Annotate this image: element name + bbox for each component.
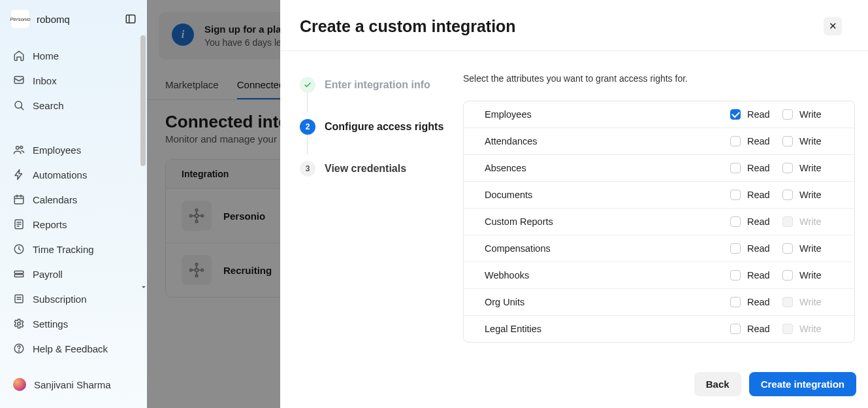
read-checkbox[interactable] bbox=[730, 109, 741, 120]
sidebar-item-label: Home bbox=[33, 50, 59, 61]
perm-write: Write bbox=[782, 297, 835, 307]
inbox-icon bbox=[13, 75, 25, 86]
step-label: Configure access rights bbox=[325, 121, 443, 133]
sidebar-item-calendars[interactable]: Calendars bbox=[5, 187, 142, 212]
perm-read-label: Read bbox=[747, 324, 770, 334]
rights-row-org-units: Org Units Read Write bbox=[464, 289, 854, 316]
step-badge bbox=[300, 77, 315, 93]
rights-row-documents: Documents Read Write bbox=[464, 182, 854, 209]
search-icon bbox=[13, 99, 25, 111]
svg-point-6 bbox=[20, 146, 23, 148]
read-checkbox[interactable] bbox=[730, 136, 741, 146]
perm-write-label: Write bbox=[799, 136, 822, 146]
create-integration-button[interactable]: Create integration bbox=[749, 372, 856, 396]
perm-read-label: Read bbox=[747, 243, 770, 254]
create-integration-panel: Create a custom integration ✕ Enter inte… bbox=[280, 0, 868, 408]
calendar-icon bbox=[13, 194, 25, 205]
step-enter-integration-info[interactable]: Enter integration info bbox=[300, 73, 463, 115]
sidebar-user[interactable]: Sanjivani Sharma bbox=[5, 371, 142, 398]
svg-point-23 bbox=[18, 350, 19, 351]
rights-row-compensations: Compensations Read Write bbox=[464, 235, 854, 262]
perm-read: Read bbox=[730, 216, 782, 227]
attribute-name: Custom Reports bbox=[485, 216, 730, 227]
perm-write-label: Write bbox=[799, 297, 822, 307]
read-checkbox[interactable] bbox=[730, 324, 741, 334]
perm-read: Read bbox=[730, 324, 782, 334]
rights-intro: Select the attributes you want to grant … bbox=[463, 73, 855, 84]
sidebar-item-label: Reports bbox=[33, 219, 67, 230]
sidebar-item-inbox[interactable]: Inbox bbox=[5, 68, 142, 93]
perm-write-label: Write bbox=[799, 216, 822, 227]
write-checkbox[interactable] bbox=[782, 136, 793, 146]
sidebar-item-subscription[interactable]: Subscription bbox=[5, 286, 142, 311]
sidebar-item-label: Help & Feedback bbox=[33, 343, 108, 354]
svg-rect-16 bbox=[14, 271, 24, 274]
write-checkbox[interactable] bbox=[782, 190, 793, 200]
perm-read: Read bbox=[730, 136, 782, 146]
read-checkbox[interactable] bbox=[730, 216, 741, 227]
reports-icon bbox=[13, 218, 25, 230]
step-label: Enter integration info bbox=[325, 79, 430, 91]
perm-read: Read bbox=[730, 243, 782, 254]
help-icon bbox=[13, 343, 25, 354]
brand[interactable]: Personio robomq bbox=[10, 9, 70, 29]
write-checkbox[interactable] bbox=[782, 163, 793, 173]
rights-row-absences: Absences Read Write bbox=[464, 155, 854, 182]
subscription-icon bbox=[13, 293, 25, 305]
sidebar-item-label: Settings bbox=[33, 318, 68, 330]
perm-write: Write bbox=[782, 243, 835, 254]
write-checkbox[interactable] bbox=[782, 243, 793, 254]
perm-write: Write bbox=[782, 270, 835, 280]
sidebar-item-settings[interactable]: Settings bbox=[5, 311, 142, 336]
rights-row-custom-reports: Custom Reports Read Write bbox=[464, 209, 854, 235]
attribute-name: Documents bbox=[485, 190, 730, 200]
step-label: View credentials bbox=[325, 163, 406, 175]
automations-icon bbox=[13, 169, 25, 180]
sidebar-item-reports[interactable]: Reports bbox=[5, 212, 142, 237]
rights-row-attendances: Attendances Read Write bbox=[464, 128, 854, 155]
perm-write: Write bbox=[782, 109, 835, 120]
attribute-name: Legal Entities bbox=[485, 324, 730, 334]
perm-write: Write bbox=[782, 136, 835, 146]
perm-read-label: Read bbox=[747, 136, 770, 146]
read-checkbox[interactable] bbox=[730, 163, 741, 173]
attribute-name: Org Units bbox=[485, 297, 730, 307]
attribute-name: Employees bbox=[485, 109, 730, 120]
write-checkbox[interactable] bbox=[782, 109, 793, 120]
sidebar-item-search[interactable]: Search bbox=[5, 93, 142, 118]
payroll-icon bbox=[13, 268, 25, 280]
read-checkbox[interactable] bbox=[730, 270, 741, 280]
attribute-name: Attendances bbox=[485, 136, 730, 146]
perm-read-label: Read bbox=[747, 109, 770, 120]
rights-row-employees: Employees Read Write bbox=[464, 101, 854, 128]
close-button[interactable]: ✕ bbox=[824, 17, 842, 35]
sidebar-item-home[interactable]: Home bbox=[5, 43, 142, 68]
sidebar-scrollbar[interactable] bbox=[139, 35, 146, 284]
sidebar-item-label: Time Tracking bbox=[33, 244, 94, 255]
panel-title: Create a custom integration bbox=[300, 17, 516, 36]
sidebar-collapse-icon[interactable] bbox=[125, 13, 137, 25]
sidebar-item-employees[interactable]: Employees bbox=[5, 137, 142, 162]
sidebar-item-payroll[interactable]: Payroll bbox=[5, 262, 142, 286]
step-view-credentials[interactable]: 3View credentials bbox=[300, 157, 463, 199]
svg-rect-7 bbox=[14, 196, 24, 204]
sidebar-item-automations[interactable]: Automations bbox=[5, 162, 142, 187]
employees-icon bbox=[13, 144, 25, 156]
sidebar-item-label: Search bbox=[33, 100, 64, 111]
sidebar-item-label: Payroll bbox=[33, 269, 63, 280]
perm-write: Write bbox=[782, 216, 835, 227]
write-checkbox[interactable] bbox=[782, 270, 793, 280]
perm-write-label: Write bbox=[799, 270, 822, 280]
read-checkbox[interactable] bbox=[730, 243, 741, 254]
svg-line-4 bbox=[21, 107, 23, 109]
clock-icon bbox=[13, 243, 25, 255]
svg-point-21 bbox=[18, 322, 21, 326]
sidebar-item-help-feedback[interactable]: Help & Feedback bbox=[5, 336, 142, 361]
step-configure-access-rights[interactable]: 2Configure access rights bbox=[300, 115, 463, 157]
sidebar-item-label: Inbox bbox=[33, 75, 57, 86]
read-checkbox[interactable] bbox=[730, 190, 741, 200]
back-button[interactable]: Back bbox=[694, 372, 741, 396]
step-badge: 2 bbox=[300, 119, 315, 135]
sidebar-item-time-tracking[interactable]: Time Tracking bbox=[5, 237, 142, 262]
read-checkbox[interactable] bbox=[730, 297, 741, 307]
